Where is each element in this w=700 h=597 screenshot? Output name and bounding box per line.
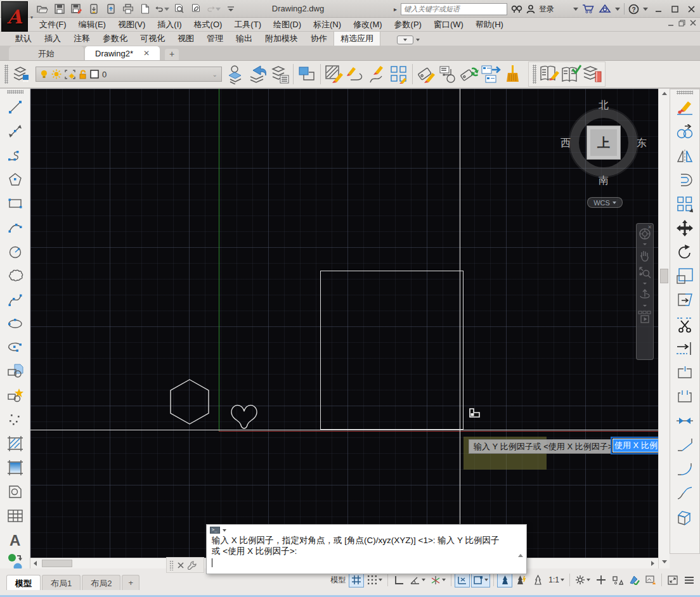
viewcube-top-face[interactable]: 上 (587, 125, 621, 160)
doc-close-button[interactable] (690, 20, 696, 27)
navigation-bar[interactable]: ✕ (636, 223, 654, 360)
open-from-web-mobile-icon[interactable] (104, 3, 118, 15)
purge-icon[interactable] (502, 63, 523, 86)
ribbon-tab-visualize[interactable]: 可视化 (134, 32, 171, 46)
new-drawing-icon[interactable] (138, 3, 152, 15)
scroll-left-icon[interactable] (34, 561, 37, 566)
extend-icon[interactable] (672, 337, 697, 361)
layer-dropdown[interactable]: 0 ⌄ (36, 67, 222, 82)
scroll-up-icon[interactable] (662, 92, 667, 95)
doc-minimize-button[interactable] (668, 20, 674, 27)
layer-unlock-icon[interactable] (79, 70, 87, 79)
menu-format[interactable]: 格式(O) (194, 19, 223, 30)
layout-tab-layout2[interactable]: 布局2 (82, 575, 120, 590)
search-icon[interactable] (511, 4, 522, 14)
layer-properties-icon[interactable] (10, 63, 32, 86)
open-icon[interactable] (36, 3, 49, 15)
redo-icon[interactable] (207, 3, 221, 15)
undo-icon[interactable] (155, 3, 169, 15)
menu-view[interactable]: 视图(V) (118, 19, 145, 30)
command-line-dock[interactable] (166, 557, 204, 573)
drawn-hexagon[interactable] (169, 379, 210, 425)
drawn-heart[interactable] (228, 403, 260, 432)
layer-thaw-sun-icon[interactable] (51, 69, 62, 79)
construction-line-icon[interactable] (3, 119, 28, 143)
ribbon-tab-annotate[interactable]: 注释 (67, 32, 96, 46)
command-recent-lines-icon[interactable] (518, 551, 523, 557)
drawn-rectangle[interactable] (320, 271, 463, 430)
arc-icon[interactable] (3, 215, 28, 240)
zoom-icon[interactable] (638, 266, 652, 279)
menu-dimension[interactable]: 标注(N) (313, 19, 341, 30)
viewcube-west-label[interactable]: 西 (561, 137, 571, 150)
command-terminal-icon[interactable]: >_ (210, 527, 220, 534)
attribute-block-edit-icon[interactable] (437, 63, 458, 86)
panel-grip[interactable] (533, 65, 536, 84)
navbar-close-icon[interactable]: ✕ (647, 224, 652, 230)
viewcube-north-label[interactable]: 北 (599, 99, 609, 112)
toolbar-grip[interactable] (677, 91, 693, 94)
save-icon[interactable] (53, 3, 67, 15)
search-input[interactable] (401, 3, 507, 15)
drawing-canvas[interactable]: 北 南 西 东 上 WCS ✕ 输入 Y 比例因子或 <使用 X 比例因子>: … (30, 89, 658, 558)
command-input[interactable] (207, 556, 526, 569)
object-snap-icon[interactable] (471, 572, 490, 587)
iso-caret-icon[interactable] (442, 579, 446, 581)
polygon-icon[interactable] (3, 167, 28, 191)
signin-caret-icon[interactable] (573, 8, 578, 11)
scroll-right-icon[interactable] (651, 561, 654, 566)
osnap-caret-icon[interactable] (484, 579, 488, 581)
file-tab-close-icon[interactable]: ✕ (143, 49, 150, 58)
panel-grip[interactable] (4, 65, 8, 84)
menu-insert[interactable]: 插入(I) (157, 19, 181, 30)
region-icon[interactable] (3, 480, 28, 504)
annotation-scale-icon[interactable] (530, 572, 545, 587)
command-close-icon[interactable] (178, 562, 184, 568)
annotation-monitor-icon[interactable] (593, 572, 609, 587)
model-space-button[interactable]: 模型 (328, 572, 347, 587)
toolbar-grip[interactable] (7, 90, 23, 94)
spline-edit-icon[interactable] (366, 63, 388, 86)
file-tab-start[interactable]: 开始 (9, 46, 84, 60)
polar-caret-icon[interactable] (422, 579, 425, 581)
create-block-icon[interactable] (3, 383, 28, 408)
save-to-web-mobile-icon[interactable] (87, 3, 101, 15)
signin-label[interactable]: 登录 (539, 4, 554, 15)
object-snap-tracking-icon[interactable] (455, 572, 470, 587)
pan-hand-icon[interactable] (638, 248, 651, 262)
multiline-text-icon[interactable]: A (3, 528, 28, 552)
mirror-icon[interactable] (672, 144, 697, 168)
attach-icon[interactable] (190, 3, 204, 15)
new-file-tab-button[interactable]: + (165, 49, 179, 60)
orbit-icon[interactable] (638, 288, 652, 302)
menu-modify[interactable]: 修改(M) (353, 19, 382, 30)
explode-icon[interactable] (672, 505, 697, 529)
join-icon[interactable] (672, 409, 697, 433)
ellipse-icon[interactable] (3, 312, 28, 336)
help-caret-icon[interactable] (643, 8, 648, 11)
layer-states-icon[interactable] (269, 63, 290, 86)
layer-previous-icon[interactable] (247, 63, 269, 86)
polyline-icon[interactable] (3, 143, 28, 167)
menu-tools[interactable]: 工具(T) (234, 19, 261, 30)
plot-preview-icon[interactable] (172, 3, 186, 15)
erase-icon[interactable] (672, 96, 697, 120)
wcs-button[interactable]: WCS (587, 197, 623, 208)
layout-tab-layout1[interactable]: 布局1 (42, 575, 81, 590)
ribbon-tab-output[interactable]: 输出 (230, 32, 259, 46)
tool-palettes-edit-icon[interactable] (538, 63, 560, 86)
ribbon-tab-view[interactable]: 视图 (171, 32, 200, 46)
menu-file[interactable]: 文件(F) (39, 19, 67, 30)
scroll-down-icon[interactable] (662, 560, 667, 563)
dynamic-input-field[interactable]: 使用 X 比例因子 (612, 438, 658, 453)
signin-avatar-icon[interactable] (526, 4, 535, 14)
workspace-caret-icon[interactable] (587, 579, 590, 581)
isolate-objects-icon[interactable] (610, 572, 625, 587)
ribbon-tab-collaborate[interactable]: 协作 (304, 32, 334, 46)
clean-screen-icon[interactable] (665, 572, 680, 587)
insert-block-icon[interactable] (3, 359, 28, 383)
snap-mode-icon[interactable] (365, 572, 384, 587)
minimize-button[interactable] (652, 3, 664, 15)
grid-display-icon[interactable] (349, 572, 364, 587)
array-edit-icon[interactable] (388, 63, 410, 86)
